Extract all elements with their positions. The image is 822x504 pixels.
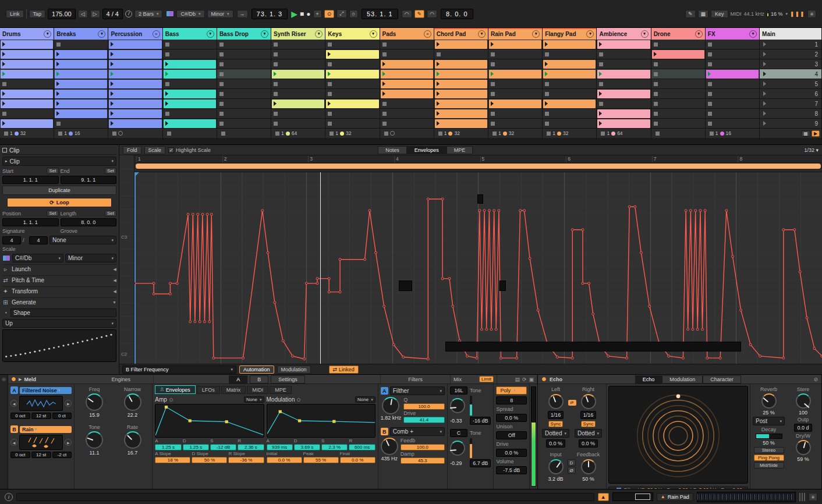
engine-b-octave[interactable]: 0 oct: [10, 452, 30, 458]
clip-slot[interactable]: [325, 119, 379, 129]
scene-slot[interactable]: 6: [760, 89, 821, 99]
clip-length-field[interactable]: 8. 0. 0: [61, 218, 117, 226]
clip-slot[interactable]: [271, 99, 325, 109]
subtab-midi[interactable]: MIDI: [247, 386, 268, 394]
session-clip[interactable]: [55, 90, 107, 98]
left-offset-field[interactable]: 0.0 %: [546, 439, 565, 448]
clip-slot[interactable]: [380, 40, 434, 49]
subtab-lfos[interactable]: LFOs: [197, 386, 220, 394]
chevron-down-icon[interactable]: ▾: [749, 30, 757, 38]
next-engine-icon[interactable]: ▶: [65, 439, 72, 446]
mode-mid-side-button[interactable]: Mid/Side: [754, 462, 784, 468]
chevron-down-icon[interactable]: ▾: [44, 30, 51, 38]
section-pitch-time[interactable]: ⇄Pitch & Time◀: [2, 275, 116, 285]
clip-slot[interactable]: [543, 49, 596, 59]
left-sync-mode-selector[interactable]: Dotted▾: [542, 429, 569, 438]
mod-sustain-field[interactable]: 2.3 %: [321, 444, 348, 450]
left-delay-knob[interactable]: [548, 394, 564, 409]
clip-slot[interactable]: [163, 89, 217, 99]
session-clip[interactable]: [597, 40, 650, 49]
clip-slot[interactable]: [325, 59, 379, 69]
session-clip[interactable]: [435, 60, 487, 69]
clip-slot[interactable]: [488, 109, 542, 119]
clip-slot[interactable]: [54, 89, 108, 99]
dry-wet-knob[interactable]: [796, 440, 811, 455]
track-header-main[interactable]: Main: [760, 28, 821, 40]
session-clip[interactable]: [55, 109, 107, 118]
session-clip[interactable]: [435, 119, 487, 128]
session-clip[interactable]: [1, 50, 53, 59]
mode-stereo-button[interactable]: Stereo: [754, 447, 784, 453]
chevron-down-icon[interactable]: ▾: [586, 30, 594, 38]
clip-slot[interactable]: [434, 99, 488, 109]
clip-slot[interactable]: [217, 89, 271, 99]
menu-icon[interactable]: ≡: [807, 10, 816, 18]
automation-toggle[interactable]: Automation: [239, 365, 274, 374]
engine-b-semitones[interactable]: 12 st: [31, 452, 51, 458]
session-record-button[interactable]: ○: [349, 10, 358, 18]
clip-slot[interactable]: [488, 49, 542, 59]
clip-slot[interactable]: [325, 79, 379, 89]
scale-toggle-button[interactable]: Scale: [144, 146, 166, 154]
session-clip[interactable]: [272, 70, 324, 79]
set-start-button[interactable]: Set: [47, 168, 58, 174]
rate-knob[interactable]: [124, 431, 141, 449]
quantize-menu[interactable]: 2 Bars▾: [134, 10, 163, 18]
meld-tab-a[interactable]: A: [229, 375, 247, 384]
engine-a-octave[interactable]: 0 oct: [10, 413, 30, 419]
clip-slot[interactable]: [217, 59, 271, 69]
loop-start-field[interactable]: 53. 1. 1: [362, 9, 398, 19]
clip-slot[interactable]: [488, 79, 542, 89]
clip-slot[interactable]: [217, 40, 271, 49]
clip-slot[interactable]: [108, 69, 162, 79]
filter-b-type-selector[interactable]: Comb +▾: [390, 427, 445, 436]
clip-slot[interactable]: [271, 119, 325, 129]
session-clip[interactable]: [489, 100, 541, 108]
clip-slot[interactable]: [543, 89, 596, 99]
stop-button[interactable]: ■: [300, 10, 304, 18]
clip-slot[interactable]: [488, 89, 542, 99]
voices-selector[interactable]: 8: [496, 396, 527, 404]
clip-slot[interactable]: [325, 49, 379, 59]
echo-tab-echo[interactable]: Echo: [635, 375, 662, 384]
section-transform[interactable]: ✦Transform◀: [2, 286, 116, 296]
nudge-up-button[interactable]: ▷: [90, 10, 100, 18]
session-clip[interactable]: [1, 90, 53, 98]
signature-denominator-field[interactable]: 4: [29, 236, 48, 244]
clip-slot[interactable]: [217, 79, 271, 89]
session-clip[interactable]: [326, 100, 378, 108]
metronome-icon[interactable]: [125, 10, 132, 17]
link-button[interactable]: Link: [6, 10, 24, 18]
subtab-mpe[interactable]: MPE: [270, 386, 292, 394]
grid-icon[interactable]: ▦: [698, 10, 709, 18]
session-clip[interactable]: [109, 90, 161, 98]
right-sync-button[interactable]: Sync: [581, 421, 596, 427]
clip-slot[interactable]: [434, 59, 488, 69]
clip-scale-name-selector[interactable]: Minor▾: [65, 254, 116, 262]
mod-release-field[interactable]: 600 ms: [349, 444, 375, 450]
clip-slot[interactable]: [706, 99, 759, 109]
track-header[interactable]: Rain Pad▾: [488, 28, 542, 40]
clip-slot[interactable]: [325, 89, 379, 99]
clip-slot[interactable]: [217, 99, 271, 109]
chevron-down-icon[interactable]: ▾: [786, 12, 788, 16]
clip-slot[interactable]: [597, 40, 650, 49]
track-header[interactable]: Ambience▾: [597, 28, 650, 40]
chevron-down-icon[interactable]: ▾: [370, 30, 377, 38]
grid-view-icon[interactable]: ▦: [801, 130, 810, 137]
unison-selector[interactable]: Off: [496, 431, 527, 439]
prev-engine-icon[interactable]: ◀: [10, 439, 17, 446]
clip-slot[interactable]: [54, 109, 108, 119]
filter-a-freq-knob[interactable]: [382, 397, 399, 414]
clip-slot[interactable]: [108, 99, 162, 109]
scene-slot[interactable]: 1: [760, 40, 821, 49]
session-clip[interactable]: [706, 70, 759, 79]
session-clip[interactable]: [381, 60, 433, 69]
amp-sustain-field[interactable]: -12 dB: [210, 444, 236, 450]
mod-decay-field[interactable]: 3.69 s: [294, 444, 320, 450]
track-header[interactable]: Pads≡: [380, 28, 434, 40]
tab-notes[interactable]: Notes: [378, 146, 407, 154]
clip-slot[interactable]: [217, 119, 271, 129]
time-signature-field[interactable]: 4 / 4: [102, 9, 123, 19]
highlight-scale-checkbox[interactable]: ✓Highlight Scale: [168, 147, 211, 153]
